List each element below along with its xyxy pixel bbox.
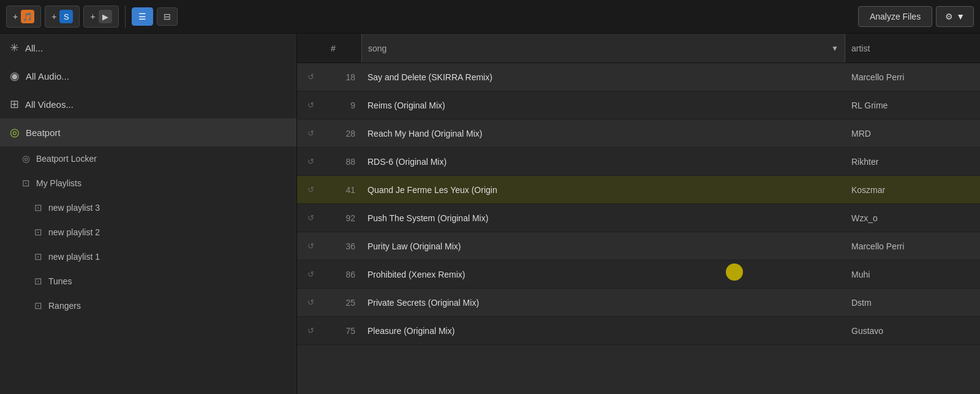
table-row[interactable]: ↺ 41 Quand Je Ferme Les Yeux (Origin Kos…: [297, 176, 980, 204]
table-row[interactable]: ↺ 86 Prohibited (Xenex Remix) Muhi: [297, 260, 980, 289]
sidebar-item-all-videos[interactable]: ⊞ All Videos...: [0, 90, 296, 118]
sidebar-playlist-children: ⊡ new playlist 3 ⊡ new playlist 2 ⊡ new …: [12, 195, 296, 318]
sidebar-item-playlist-2-label: new playlist 2: [48, 227, 100, 237]
sidebar-item-all[interactable]: ✳ All...: [0, 34, 296, 62]
sidebar-item-playlist-1[interactable]: ⊡ new playlist 1: [24, 244, 296, 269]
table-body: ↺ 18 Say and Delete (SKIRRA Remix) Marce…: [297, 63, 980, 394]
track-artist-4: Rikhter: [845, 157, 980, 167]
gear-settings-button[interactable]: ⚙ ▼: [936, 6, 974, 27]
table-row[interactable]: ↺ 28 Reach My Hand (Original Mix) MRD: [297, 119, 980, 148]
track-artist-6: Wzx_o: [845, 213, 980, 223]
th-song[interactable]: song ▼: [361, 34, 845, 63]
sidebar-item-playlist-1-label: new playlist 1: [48, 252, 100, 262]
gear-dropdown-arrow: ▼: [956, 12, 965, 21]
playlist3-icon: ⊡: [34, 202, 42, 213]
play-icon-7[interactable]: ↺: [297, 241, 325, 251]
track-song-5: Quand Je Ferme Les Yeux (Origin: [361, 185, 845, 195]
sidebar-item-all-label: All...: [25, 43, 43, 53]
view-list-button[interactable]: ☰: [132, 7, 153, 26]
sidebar-item-beatport[interactable]: ◎ Beatport: [0, 118, 296, 146]
sidebar-item-all-audio[interactable]: ◉ All Audio...: [0, 62, 296, 90]
plus-icon: +: [13, 12, 18, 21]
playlist1-icon: ⊡: [34, 251, 42, 262]
table-row[interactable]: ↺ 9 Reims (Original Mix) RL Grime: [297, 91, 980, 119]
list-icon: ☰: [138, 12, 146, 21]
sidebar: ✳ All... ◉ All Audio... ⊞ All Videos... …: [0, 34, 297, 394]
view-detail-button[interactable]: ⊟: [157, 7, 178, 26]
play-icon-2[interactable]: ↺: [297, 100, 325, 110]
play-icon-8[interactable]: ↺: [297, 270, 325, 279]
plus-icon-2: +: [51, 12, 56, 21]
th-song-label: song: [368, 44, 386, 53]
tunes-icon: ⊡: [34, 276, 42, 287]
toolbar: + 🎵 + S + ▶ ☰ ⊟ Analyze Files ⚙ ▼: [0, 0, 980, 34]
sidebar-item-beatport-label: Beatport: [26, 127, 61, 138]
play-icon-10[interactable]: ↺: [297, 326, 325, 335]
play-icon-9[interactable]: ↺: [297, 298, 325, 307]
sidebar-beatport-children: ◎ Beatport Locker ⊡ My Playlists ⊡ new p…: [0, 146, 296, 318]
track-artist-3: MRD: [845, 129, 980, 138]
locker-icon: ◎: [22, 153, 30, 164]
sidebar-item-playlist-3-label: new playlist 3: [48, 203, 100, 213]
sidebar-item-beatport-locker[interactable]: ◎ Beatport Locker: [12, 146, 296, 171]
all-icon: ✳: [10, 41, 19, 55]
sidebar-item-my-playlists[interactable]: ⊡ My Playlists: [12, 171, 296, 195]
track-song-9: Private Secrets (Original Mix): [361, 298, 845, 308]
track-song-1: Say and Delete (SKIRRA Remix): [361, 72, 845, 82]
table-header: # song ▼ artist: [297, 34, 980, 63]
sidebar-item-beatport-locker-label: Beatport Locker: [36, 154, 97, 164]
table-row[interactable]: ↺ 75 Pleasure (Original Mix) Gustavo: [297, 317, 980, 345]
play-icon-1[interactable]: ↺: [297, 72, 325, 81]
play-icon-3[interactable]: ↺: [297, 129, 325, 138]
sidebar-item-playlist-3[interactable]: ⊡ new playlist 3: [24, 195, 296, 220]
sidebar-item-my-playlists-label: My Playlists: [36, 178, 81, 188]
video-nav-icon: ⊞: [10, 97, 19, 111]
track-artist-8: Muhi: [845, 270, 980, 279]
add-playlist-button[interactable]: + S: [45, 6, 80, 28]
track-number-5: 41: [325, 185, 361, 195]
sidebar-item-rangers[interactable]: ⊡ Rangers: [24, 294, 296, 318]
track-song-2: Reims (Original Mix): [361, 100, 845, 110]
track-artist-10: Gustavo: [845, 326, 980, 336]
main-layout: ✳ All... ◉ All Audio... ⊞ All Videos... …: [0, 34, 980, 394]
track-number-8: 86: [325, 270, 361, 279]
track-song-7: Purity Law (Original Mix): [361, 241, 845, 251]
track-artist-1: Marcello Perri: [845, 72, 980, 82]
detail-icon: ⊟: [164, 12, 171, 21]
sidebar-item-playlist-2[interactable]: ⊡ new playlist 2: [24, 220, 296, 244]
analyze-files-button[interactable]: Analyze Files: [858, 6, 932, 27]
track-number-2: 9: [325, 100, 361, 110]
track-number-9: 25: [325, 298, 361, 308]
track-number-6: 92: [325, 213, 361, 223]
sidebar-item-tunes-label: Tunes: [48, 276, 72, 286]
add-track-button[interactable]: + 🎵: [6, 6, 41, 28]
sidebar-item-rangers-label: Rangers: [48, 301, 81, 311]
table-row[interactable]: ↺ 18 Say and Delete (SKIRRA Remix) Marce…: [297, 63, 980, 91]
track-artist-5: Koszmar: [845, 185, 980, 195]
play-icon-6[interactable]: ↺: [297, 213, 325, 222]
content-area: # song ▼ artist ↺ 18 Say and Delete (SKI…: [297, 34, 980, 394]
table-row[interactable]: ↺ 88 RDS-6 (Original Mix) Rikhter: [297, 148, 980, 176]
video-icon: ▶: [99, 10, 112, 23]
track-number-10: 75: [325, 326, 361, 336]
play-icon-4[interactable]: ↺: [297, 157, 325, 166]
playlist2-icon: ⊡: [34, 227, 42, 238]
audio-icon: ◉: [10, 69, 20, 83]
sidebar-item-tunes[interactable]: ⊡ Tunes: [24, 269, 296, 294]
table-row[interactable]: ↺ 36 Purity Law (Original Mix) Marcello …: [297, 232, 980, 260]
song-sort-dropdown[interactable]: ▼: [831, 44, 839, 53]
beatport-icon: ◎: [10, 126, 20, 139]
track-number-3: 28: [325, 129, 361, 138]
playlists-icon: ⊡: [22, 178, 30, 189]
track-song-8: Prohibited (Xenex Remix): [361, 270, 845, 279]
track-artist-9: Dstm: [845, 298, 980, 308]
sidebar-item-all-audio-label: All Audio...: [26, 71, 69, 81]
track-icon: 🎵: [21, 10, 34, 23]
play-icon-5[interactable]: ↺: [297, 185, 325, 194]
table-row[interactable]: ↺ 92 Push The System (Original Mix) Wzx_…: [297, 204, 980, 232]
table-row[interactable]: ↺ 25 Private Secrets (Original Mix) Dstm: [297, 289, 980, 317]
track-song-6: Push The System (Original Mix): [361, 213, 845, 223]
add-video-button[interactable]: + ▶: [83, 6, 118, 28]
rangers-icon: ⊡: [34, 300, 42, 311]
gear-icon: ⚙: [945, 12, 953, 21]
